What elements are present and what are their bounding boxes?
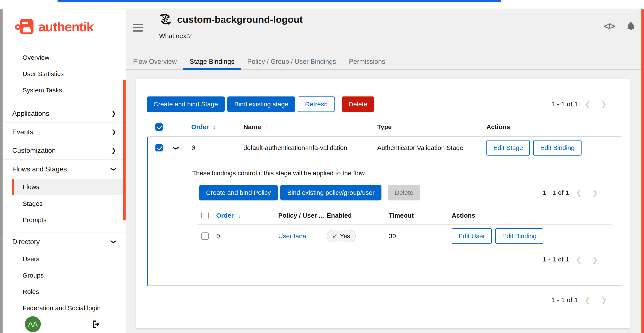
- tab-permissions[interactable]: Permissions: [342, 55, 392, 70]
- sidebar-group-applications[interactable]: Applications ❯: [2, 104, 126, 123]
- pagination-next-icon[interactable]: ❯: [596, 297, 612, 303]
- window-right-accent: [642, 9, 644, 333]
- policy-pagination-bottom: 1 - 1 of 1 ❮ ❯: [543, 256, 603, 263]
- sidebar-user-row: AA: [25, 316, 102, 332]
- row-checkbox[interactable]: [156, 144, 163, 151]
- sidebar-item-overview[interactable]: Overview: [2, 50, 126, 66]
- sidebar-item-flows[interactable]: Flows: [12, 179, 124, 195]
- flow-tabs: Flow Overview Stage Bindings Policy / Gr…: [126, 55, 642, 70]
- delete-policy-binding-button[interactable]: Delete: [388, 185, 420, 200]
- flow-process-icon: [159, 13, 172, 26]
- row-timeout: 30: [386, 232, 449, 240]
- column-header-enabled[interactable]: Enabled↕: [324, 212, 386, 219]
- delete-button[interactable]: Delete: [342, 97, 374, 112]
- sort-icon: ↕: [356, 212, 359, 219]
- logout-icon[interactable]: [92, 319, 102, 329]
- authentik-logo-icon: [15, 19, 36, 34]
- row-order: 0: [187, 144, 237, 152]
- window-left-edge: [0, 9, 2, 333]
- sidebar-item-federation-social-login[interactable]: Federation and Social login: [2, 300, 126, 316]
- authentik-logo[interactable]: authentik: [15, 19, 126, 34]
- sidebar-item-users[interactable]: Users: [2, 251, 126, 267]
- api-code-icon[interactable]: </>: [604, 22, 614, 31]
- column-header-actions: Actions: [482, 123, 620, 131]
- pagination-top: 1 - 1 of 1 ❮ ❯: [552, 101, 612, 108]
- pagination-range: 1 - 1 of 1: [543, 256, 569, 263]
- bind-existing-stage-button[interactable]: Bind existing stage: [227, 97, 295, 112]
- main-area: custom-background-logout What next? </> …: [126, 9, 642, 333]
- pagination-prev-icon[interactable]: ❮: [570, 189, 587, 196]
- pagination-prev-icon[interactable]: ❮: [580, 297, 596, 303]
- pagination-next-icon[interactable]: ❯: [587, 189, 603, 196]
- column-header-order[interactable]: Order↓: [212, 212, 275, 219]
- page-title: custom-background-logout: [177, 14, 303, 25]
- sidebar-item-prompts[interactable]: Prompts: [2, 212, 126, 228]
- header-actions: </>: [604, 21, 636, 31]
- sidebar-item-stages[interactable]: Stages: [2, 195, 126, 212]
- sidebar-item-system-tasks[interactable]: System Tasks: [2, 82, 126, 98]
- pagination-prev-icon[interactable]: ❮: [580, 101, 596, 108]
- column-header-order[interactable]: Order↓: [187, 123, 237, 131]
- chevron-right-icon: ❯: [112, 148, 116, 153]
- tab-flow-overview[interactable]: Flow Overview: [127, 55, 183, 70]
- edit-user-button[interactable]: Edit User: [452, 228, 492, 244]
- column-header-policy-user: Policy / User ...: [275, 212, 324, 219]
- pagination-next-icon[interactable]: ❯: [587, 256, 603, 263]
- policy-pagination-top: 1 - 1 of 1 ❮ ❯: [543, 189, 603, 196]
- chevron-down-icon: ❯: [111, 239, 116, 244]
- row-checkbox[interactable]: [201, 232, 209, 240]
- chevron-right-icon: ❯: [112, 111, 116, 116]
- column-header-timeout[interactable]: Timeout↕: [386, 212, 449, 219]
- stage-table-header: Order↓ Name↕ Type Actions: [146, 118, 620, 137]
- stage-bindings-toolbar: Create and bind Stage Bind existing stag…: [146, 97, 620, 112]
- tab-policy-group-user-bindings[interactable]: Policy / Group / User Bindings: [241, 55, 342, 70]
- logo-key-body: [20, 19, 34, 34]
- column-header-name[interactable]: Name↕: [237, 123, 371, 131]
- create-and-bind-policy-button[interactable]: Create and bind Policy: [199, 185, 278, 200]
- sidebar-item-groups[interactable]: Groups: [2, 267, 126, 283]
- sort-descending-icon: ↓: [213, 123, 216, 130]
- row-order: 0: [212, 232, 275, 240]
- sidebar-item-roles[interactable]: Roles: [2, 283, 126, 300]
- expanded-row-wrap: ❯ 0 default-authentication-mfa-validatio…: [146, 137, 620, 286]
- chevron-right-icon: ❯: [112, 129, 116, 135]
- sidebar-scrollbar-thumb[interactable]: [123, 80, 126, 220]
- sidebar-group-directory[interactable]: Directory ❯: [2, 232, 126, 251]
- logo-wordmark: authentik: [38, 19, 94, 34]
- edit-binding-button[interactable]: Edit Binding: [533, 140, 581, 156]
- pagination-prev-icon[interactable]: ❮: [570, 256, 587, 263]
- select-all-checkbox[interactable]: [201, 212, 209, 219]
- notifications-bell-icon[interactable]: [626, 21, 636, 31]
- refresh-button[interactable]: Refresh: [298, 97, 335, 112]
- bind-existing-policy-button[interactable]: Bind existing policy/group/user: [280, 185, 382, 200]
- edit-stage-button[interactable]: Edit Stage: [486, 140, 530, 156]
- sidebar-group-customization[interactable]: Customization ❯: [2, 141, 126, 160]
- sidebar-nav: Overview User Statistics System Tasks: [2, 50, 126, 98]
- policy-binding-row[interactable]: 0 User tana ✔ Yes 30 Edit User: [198, 224, 612, 248]
- pagination-next-icon[interactable]: ❯: [596, 101, 612, 108]
- top-accent-bar: [58, 0, 501, 2]
- bindings-description: These bindings control if this stage wil…: [192, 170, 612, 177]
- sidebar-group-flows-and-stages[interactable]: Flows and Stages ❯: [2, 160, 126, 178]
- avatar[interactable]: AA: [25, 316, 41, 332]
- pagination-bottom: 1 - 1 of 1 ❮ ❯: [552, 296, 612, 303]
- edit-binding-button[interactable]: Edit Binding: [495, 228, 543, 244]
- row-name: default-authentication-mfa-validation: [237, 144, 371, 151]
- column-header-actions: Actions: [449, 212, 612, 219]
- pagination-range: 1 - 1 of 1: [552, 101, 578, 108]
- sort-icon: ↕: [418, 212, 420, 219]
- menu-toggle-icon[interactable]: [133, 24, 143, 32]
- select-all-checkbox[interactable]: [156, 123, 163, 131]
- sidebar-group-events[interactable]: Events ❯: [2, 123, 126, 141]
- enabled-badge: ✔ Yes: [327, 230, 356, 242]
- sidebar-item-user-statistics[interactable]: User Statistics: [2, 66, 126, 82]
- create-and-bind-stage-button[interactable]: Create and bind Stage: [146, 97, 225, 112]
- sidebar: authentik Overview User Statistics Syste…: [2, 9, 126, 333]
- sort-icon: ↕: [265, 124, 268, 130]
- tab-stage-bindings[interactable]: Stage Bindings: [183, 55, 241, 70]
- pagination-range: 1 - 1 of 1: [552, 296, 578, 303]
- page-subtitle: What next?: [159, 32, 303, 40]
- stage-binding-row[interactable]: ❯ 0 default-authentication-mfa-validatio…: [148, 137, 620, 159]
- row-expander-chevron-icon[interactable]: ❯: [173, 146, 180, 151]
- user-link[interactable]: User tana: [278, 232, 306, 239]
